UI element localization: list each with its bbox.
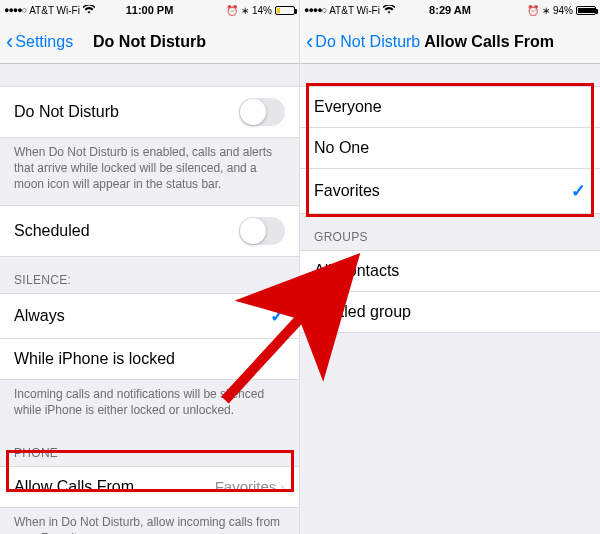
option-everyone[interactable]: Everyone <box>300 86 600 128</box>
allow-calls-from-row[interactable]: Allow Calls From Favorites › <box>0 466 299 508</box>
status-bar: ●●●●○ AT&T Wi-Fi 8:29 AM ⏰ ∗ 94% <box>300 0 600 20</box>
dnd-footer: When Do Not Disturb is enabled, calls an… <box>0 138 299 205</box>
carrier-label: AT&T Wi-Fi <box>29 5 80 16</box>
checkmark-icon: ✓ <box>270 305 285 327</box>
phone-header: PHONE <box>0 430 299 466</box>
option-no-one[interactable]: No One <box>300 128 600 169</box>
back-label: Settings <box>15 33 73 51</box>
option-no-one-label: No One <box>314 139 369 157</box>
back-label: Do Not Disturb <box>315 33 420 51</box>
bluetooth-icon: ∗ <box>241 5 249 16</box>
allow-calls-label: Allow Calls From <box>14 478 134 496</box>
silence-locked-row[interactable]: While iPhone is locked <box>0 339 299 380</box>
page-title: Allow Calls From <box>424 33 554 51</box>
allow-calls-footer: When in Do Not Disturb, allow incoming c… <box>0 508 299 534</box>
signal-icon: ●●●●○ <box>4 5 26 15</box>
back-button[interactable]: ‹ Do Not Disturb <box>306 31 420 53</box>
dnd-toggle-row[interactable]: Do Not Disturb <box>0 86 299 138</box>
scheduled-row[interactable]: Scheduled <box>0 205 299 257</box>
option-everyone-label: Everyone <box>314 98 382 116</box>
option-favorites[interactable]: Favorites ✓ <box>300 169 600 214</box>
content-area: Everyone No One Favorites ✓ GROUPS All C… <box>300 64 600 534</box>
silence-always-row[interactable]: Always ✓ <box>0 293 299 339</box>
group-all-contacts[interactable]: All Contacts <box>300 250 600 292</box>
dnd-label: Do Not Disturb <box>14 103 119 121</box>
status-time: 8:29 AM <box>429 4 471 16</box>
alarm-icon: ⏰ <box>527 5 539 16</box>
battery-percent: 14% <box>252 5 272 16</box>
groups-header: GROUPS <box>300 214 600 250</box>
silence-always-label: Always <box>14 307 65 325</box>
signal-icon: ●●●●○ <box>304 5 326 15</box>
group-untitled-label: untitled group <box>314 303 411 321</box>
dnd-toggle[interactable] <box>239 98 285 126</box>
carrier-label: AT&T Wi-Fi <box>329 5 380 16</box>
nav-bar: ‹ Do Not Disturb Allow Calls From <box>300 20 600 64</box>
silence-locked-label: While iPhone is locked <box>14 350 175 368</box>
content-area: Do Not Disturb When Do Not Disturb is en… <box>0 64 299 534</box>
silence-header: SILENCE: <box>0 257 299 293</box>
scheduled-label: Scheduled <box>14 222 90 240</box>
option-favorites-label: Favorites <box>314 182 380 200</box>
wifi-icon <box>83 5 95 16</box>
allow-calls-value: Favorites <box>215 478 277 495</box>
silence-footer: Incoming calls and notifications will be… <box>0 380 299 430</box>
chevron-right-icon: › <box>280 479 285 495</box>
phone-dnd-settings: ●●●●○ AT&T Wi-Fi 11:00 PM ⏰ ∗ 14% ‹ Sett… <box>0 0 300 534</box>
chevron-left-icon: ‹ <box>306 31 313 53</box>
phone-allow-calls-from: ●●●●○ AT&T Wi-Fi 8:29 AM ⏰ ∗ 94% ‹ Do No… <box>300 0 600 534</box>
scheduled-toggle[interactable] <box>239 217 285 245</box>
checkmark-icon: ✓ <box>571 180 586 202</box>
battery-icon <box>275 6 295 15</box>
wifi-icon <box>383 5 395 16</box>
group-untitled[interactable]: untitled group <box>300 292 600 333</box>
group-all-label: All Contacts <box>314 262 399 280</box>
chevron-left-icon: ‹ <box>6 31 13 53</box>
battery-percent: 94% <box>553 5 573 16</box>
bluetooth-icon: ∗ <box>542 5 550 16</box>
nav-bar: ‹ Settings Do Not Disturb <box>0 20 299 64</box>
status-time: 11:00 PM <box>126 4 174 16</box>
status-bar: ●●●●○ AT&T Wi-Fi 11:00 PM ⏰ ∗ 14% <box>0 0 299 20</box>
alarm-icon: ⏰ <box>226 5 238 16</box>
battery-icon <box>576 6 596 15</box>
back-button[interactable]: ‹ Settings <box>6 31 73 53</box>
